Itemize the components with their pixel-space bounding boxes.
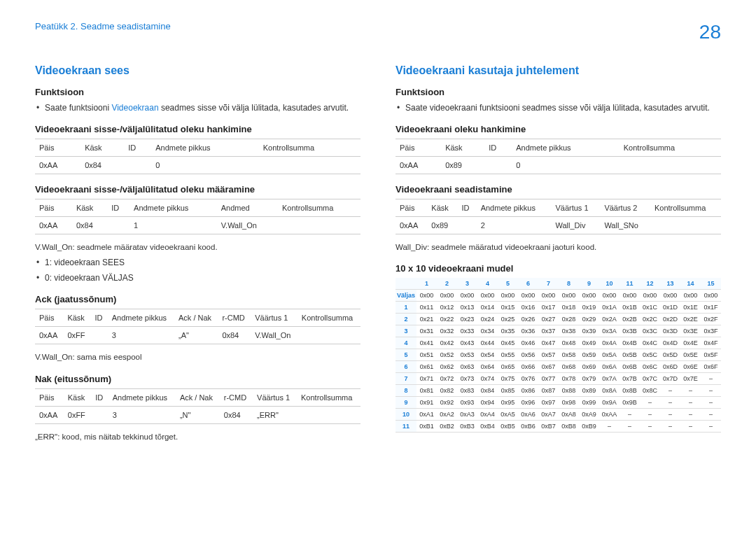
grid-cell: 0x2B — [620, 314, 640, 325]
grid-cell: 0x68 — [559, 361, 579, 373]
grid-cell: 0x7E — [680, 373, 701, 385]
grid-cell: 0x53 — [457, 349, 477, 361]
grid-cell: 0xB5 — [498, 421, 518, 433]
grid-cell: – — [660, 421, 680, 433]
left-ack-note: V.Wall_On: sama mis eespool — [35, 351, 360, 363]
grid-cell: 0x14 — [477, 302, 498, 314]
grid-cell: 0x27 — [538, 314, 559, 325]
grid-cell: 0xB7 — [538, 421, 559, 433]
grid-cell: 0x85 — [498, 385, 518, 397]
grid-cell: 0x31 — [416, 325, 437, 337]
grid-cell: 0x57 — [538, 349, 559, 361]
grid-cell: 0x79 — [579, 373, 599, 385]
left-set-title: Videoekraani sisse-/väljalülitatud oleku… — [35, 184, 360, 195]
grid-cell: – — [660, 397, 680, 409]
grid-cell: 0xB1 — [416, 421, 437, 433]
grid-cell: 0xA2 — [437, 409, 457, 421]
grid-cell: 0x15 — [498, 302, 518, 314]
grid-cell: 0xB9 — [579, 421, 599, 433]
grid-cell: 0x4D — [660, 337, 680, 349]
grid-row-header: 9 — [396, 397, 416, 409]
grid-cell: – — [680, 409, 701, 421]
grid-cell: 0x6D — [660, 361, 680, 373]
grid-cell: 0x59 — [579, 349, 599, 361]
grid-col-header: 9 — [579, 278, 599, 290]
grid-cell: 0x91 — [416, 397, 437, 409]
grid-cell: – — [701, 421, 721, 433]
grid-row-header: 3 — [396, 325, 416, 337]
right-note-1: Wall_Div: seadmele määratud videoekraani… — [396, 241, 721, 253]
grid-cell: 0x8A — [599, 385, 620, 397]
grid-cell: 0x49 — [579, 337, 599, 349]
grid-cell: 0x00 — [620, 290, 640, 302]
right-func-bullet: Saate videoekraani funktsiooni seadmes s… — [396, 101, 721, 114]
grid-cell: – — [680, 421, 701, 433]
grid-cell: 0x00 — [457, 290, 477, 302]
grid-row-header: 5 — [396, 349, 416, 361]
grid-col-header: 8 — [559, 278, 579, 290]
grid-col-header: 6 — [518, 278, 538, 290]
right-column: Videoekraani kasutaja juhtelement Funkts… — [396, 64, 721, 446]
grid-cell: 0x26 — [518, 314, 538, 325]
grid-cell: 0x3D — [660, 325, 680, 337]
grid-cell: 0x38 — [559, 325, 579, 337]
left-nak-title: Nak (eitussõnum) — [35, 374, 360, 384]
grid-cell: 0x36 — [518, 325, 538, 337]
left-note-1: V.Wall_On: seadmele määratav videoekraan… — [35, 241, 360, 253]
grid-cell: 0x98 — [559, 397, 579, 409]
grid-row-header: 8 — [396, 385, 416, 397]
grid-cell: 0x74 — [477, 373, 498, 385]
grid-cell: 0x22 — [437, 314, 457, 325]
breadcrumb: Peatükk 2. Seadme seadistamine — [35, 21, 171, 31]
grid-cell: 0x13 — [457, 302, 477, 314]
left-note-3: 0: videoekraan VÄLJAS — [35, 272, 360, 284]
left-nak-table: Päis Käsk ID Andmete pikkus Ack / Nak r-… — [35, 388, 360, 424]
grid-cell: 0x33 — [457, 325, 477, 337]
grid-cell: 0xB4 — [477, 421, 498, 433]
left-get-table: Päis Käsk ID Andmete pikkus Kontrollsumm… — [35, 139, 360, 174]
grid-cell: 0x9B — [620, 397, 640, 409]
grid-cell: 0x62 — [437, 361, 457, 373]
grid-row-header: 4 — [396, 337, 416, 349]
grid-cell: 0x1E — [680, 302, 701, 314]
grid-cell: 0x94 — [477, 397, 498, 409]
left-ack-table: Päis Käsk ID Andmete pikkus Ack / Nak r-… — [35, 309, 360, 344]
grid-cell: 0x82 — [437, 385, 457, 397]
page-number: 28 — [699, 21, 721, 43]
grid-cell: 0x00 — [701, 290, 721, 302]
grid-col-header: 7 — [538, 278, 559, 290]
right-grid-title: 10 x 10 videoekraani mudel — [396, 263, 721, 274]
grid-cell: 0x16 — [518, 302, 538, 314]
grid-cell: – — [640, 397, 660, 409]
grid-cell: 0x61 — [416, 361, 437, 373]
grid-cell: 0xB8 — [559, 421, 579, 433]
grid-cell: 0x00 — [579, 290, 599, 302]
grid-cell: 0x43 — [457, 337, 477, 349]
grid-cell: 0x2D — [660, 314, 680, 325]
grid-cell: 0x1A — [599, 302, 620, 314]
grid-cell: 0x7A — [599, 373, 620, 385]
grid-cell: 0x99 — [579, 397, 599, 409]
grid-row-header: Väljas — [396, 290, 416, 302]
grid-cell: 0x5F — [701, 349, 721, 361]
grid-cell: 0xA5 — [498, 409, 518, 421]
grid-cell: 0x93 — [457, 397, 477, 409]
grid-cell: 0x7C — [640, 373, 660, 385]
grid-cell: 0x6F — [701, 361, 721, 373]
grid-cell: 0x00 — [498, 290, 518, 302]
video-wall-grid: 123456789101112131415Väljas0x000x000x000… — [396, 278, 721, 433]
grid-cell: – — [660, 385, 680, 397]
grid-col-header: 11 — [620, 278, 640, 290]
grid-cell: 0x28 — [559, 314, 579, 325]
grid-cell: 0x66 — [518, 361, 538, 373]
grid-col-header: 13 — [660, 278, 680, 290]
grid-cell: 0xA7 — [538, 409, 559, 421]
grid-cell: 0x76 — [518, 373, 538, 385]
left-set-table: Päis Käsk ID Andmete pikkus Andmed Kontr… — [35, 199, 360, 234]
grid-cell: – — [620, 409, 640, 421]
grid-cell: 0xB3 — [457, 421, 477, 433]
grid-cell: – — [701, 409, 721, 421]
grid-cell: 0x00 — [518, 290, 538, 302]
right-set-title: Videoekraani seadistamine — [396, 184, 721, 195]
grid-cell: – — [620, 421, 640, 433]
